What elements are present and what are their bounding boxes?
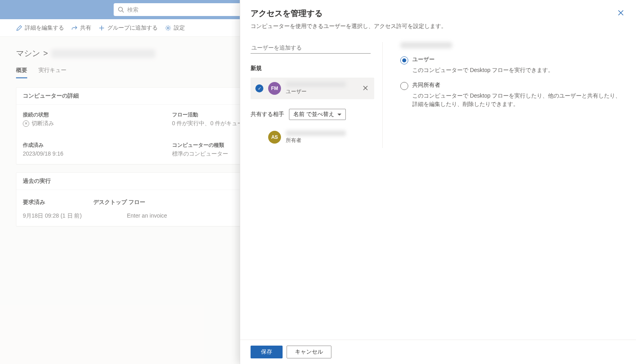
- selected-user-name-redacted: [400, 42, 452, 48]
- panel-title: アクセスを管理する: [251, 8, 323, 19]
- radio-unchecked-icon: [400, 82, 408, 90]
- add-user-input[interactable]: [251, 42, 371, 54]
- check-icon: ✓: [255, 84, 263, 92]
- user-avatar-fm: FM: [268, 82, 281, 95]
- permission-coowner-radio[interactable]: 共同所有者: [400, 82, 626, 90]
- cancel-button[interactable]: キャンセル: [287, 346, 331, 358]
- radio-checked-icon: [400, 56, 408, 64]
- panel-left-column: 新規 ✓ FM ユーザー 共有する相手 名前 で並べ替え: [251, 42, 383, 148]
- new-user-row[interactable]: ✓ FM ユーザー: [251, 78, 374, 99]
- x-icon: [363, 86, 368, 90]
- share-with-label: 共有する相手: [251, 111, 284, 118]
- new-section-label: 新規: [251, 65, 374, 72]
- existing-user-role: 所有者: [286, 137, 369, 144]
- save-button[interactable]: 保存: [251, 346, 283, 358]
- permission-user-radio[interactable]: ユーザー: [400, 56, 626, 64]
- sort-select[interactable]: 名前 で並べ替え: [289, 109, 346, 120]
- permission-user-desc: このコンピューターで Desktop フローを実行できます。: [412, 66, 626, 74]
- user-role: ユーザー: [286, 88, 357, 95]
- close-button[interactable]: [616, 8, 626, 19]
- panel-subtitle: コンピューターを使用できるユーザーを選択し、アクセス許可を設定します。: [251, 23, 626, 30]
- manage-access-panel: アクセスを管理する コンピューターを使用できるユーザーを選択し、アクセス許可を設…: [240, 0, 636, 364]
- panel-right-column: ユーザー このコンピューターで Desktop フローを実行できます。 共同所有…: [399, 42, 626, 148]
- panel-footer: 保存 キャンセル: [240, 340, 636, 364]
- permission-user-label: ユーザー: [412, 56, 435, 63]
- close-icon: [618, 10, 624, 16]
- user-name-redacted: [286, 82, 346, 87]
- user-avatar-as: AS: [268, 131, 281, 144]
- existing-user-row[interactable]: AS 所有者: [251, 126, 374, 148]
- permission-coowner-label: 共同所有者: [412, 82, 440, 89]
- existing-user-name-redacted: [286, 130, 346, 136]
- sort-select-value: 名前 で並べ替え: [293, 111, 334, 118]
- permission-coowner-desc: このコンピューターで Desktop フローを実行したり、他のユーザーと共有した…: [412, 92, 626, 108]
- remove-user-button[interactable]: [361, 84, 369, 93]
